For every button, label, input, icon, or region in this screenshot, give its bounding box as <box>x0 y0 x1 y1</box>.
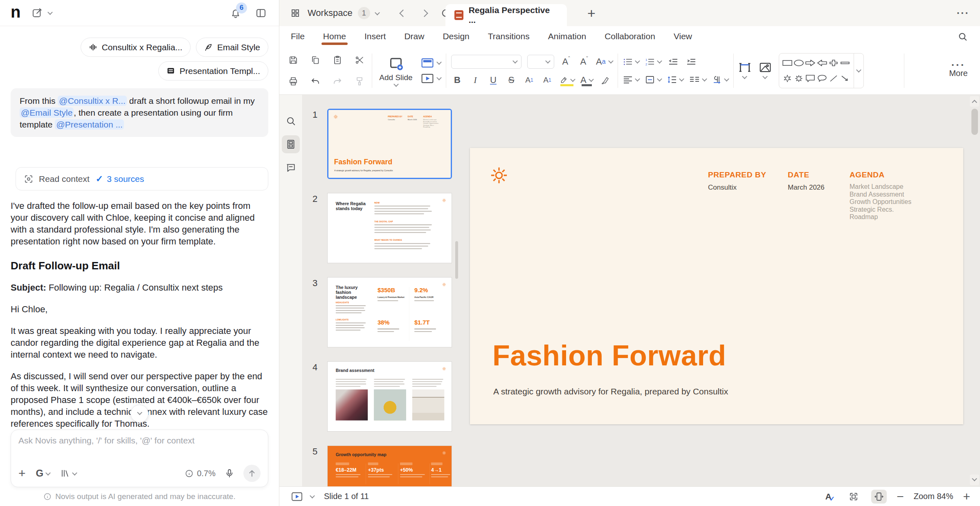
toggle-sidebar-button[interactable] <box>254 6 268 20</box>
decrease-indent-button[interactable] <box>667 55 679 68</box>
send-button[interactable] <box>243 465 261 482</box>
mention-transcript[interactable]: @Consultix x R... <box>58 96 127 106</box>
insert-picture-button[interactable] <box>759 62 771 79</box>
slide-thumbnail-5[interactable]: Growth opportunity map €18–22M +37pts +5… <box>327 446 452 486</box>
font-name-select[interactable] <box>451 55 521 69</box>
paste-button[interactable] <box>330 53 345 67</box>
slide-layout-button[interactable] <box>421 58 441 68</box>
menu-draw[interactable]: Draw <box>404 26 424 47</box>
context-pill-transcript[interactable]: Consultix x Regalia... <box>81 38 191 57</box>
new-chat-button[interactable] <box>29 6 44 20</box>
mention-presentation[interactable]: @Presentation ... <box>55 119 124 130</box>
shape-cross[interactable] <box>829 59 838 67</box>
forward-button[interactable] <box>418 6 432 20</box>
superscript-button[interactable]: A1 <box>523 74 535 87</box>
spellcheck-button[interactable]: A✓ <box>820 490 836 504</box>
numbered-list-button[interactable]: 12 <box>645 55 661 68</box>
slide-subtitle[interactable]: A strategic growth advisory for Regalia,… <box>493 387 728 396</box>
increase-indent-button[interactable] <box>685 55 697 68</box>
chevron-down-icon[interactable] <box>310 493 315 499</box>
canvas-scrollbar[interactable] <box>969 95 980 486</box>
thumbnail-scrollbar[interactable] <box>455 241 458 279</box>
menu-collaboration[interactable]: Collaboration <box>605 26 655 47</box>
sources-link[interactable]: ✓ 3 sources <box>96 174 144 184</box>
slide-thumbnail-3[interactable]: The luxury fashion landscape HIGHLIGHTS … <box>327 277 452 347</box>
mic-button[interactable] <box>225 468 234 478</box>
menu-animation[interactable]: Animation <box>548 26 586 47</box>
zoom-level[interactable]: Zoom 84% <box>914 492 953 501</box>
shape-arrow-line[interactable] <box>841 75 850 82</box>
redo-button[interactable] <box>330 74 345 89</box>
zoom-out-button[interactable]: − <box>897 490 904 503</box>
increase-font-button[interactable]: Aˆ <box>560 55 572 68</box>
strikethrough-button[interactable]: S <box>505 74 517 87</box>
text-direction-button[interactable] <box>712 73 728 86</box>
shape-line[interactable] <box>829 75 838 82</box>
shape-callout-round[interactable] <box>817 74 827 83</box>
library-selector[interactable] <box>60 468 76 478</box>
add-slide-button[interactable]: Add Slide <box>377 55 415 87</box>
shape-arrow-left[interactable] <box>817 59 827 67</box>
scroll-up-arrow[interactable] <box>970 96 979 107</box>
font-size-select[interactable] <box>527 55 554 69</box>
menu-file[interactable]: File <box>291 26 305 47</box>
shapes-expand-button[interactable] <box>854 54 863 88</box>
notifications-button[interactable]: 6 <box>228 6 243 20</box>
model-selector[interactable]: G <box>36 468 50 479</box>
scroll-to-bottom-button[interactable] <box>130 405 148 423</box>
workspace-label[interactable]: Workspace <box>308 8 353 18</box>
slide-thumbnail-2[interactable]: Where Regalia stands today NOW THE DIGIT… <box>327 193 452 263</box>
slide-thumbnail-4[interactable]: Brand assessment <box>327 361 452 432</box>
start-slideshow-button[interactable] <box>421 74 441 83</box>
slide-title[interactable]: Fashion Forward <box>492 339 726 372</box>
menu-home[interactable]: Home <box>323 26 346 47</box>
mention-email-style[interactable]: @Email Style <box>20 107 74 118</box>
context-pill-email-style[interactable]: Email Style <box>196 38 268 57</box>
read-context-card[interactable]: Read context ✓ 3 sources <box>16 167 268 190</box>
change-case-button[interactable]: Aa <box>596 55 613 68</box>
menu-design[interactable]: Design <box>443 26 469 47</box>
back-button[interactable] <box>396 6 410 20</box>
find-button[interactable] <box>282 112 300 130</box>
clear-format-button[interactable] <box>599 74 611 87</box>
shape-explosion-2[interactable] <box>794 74 803 83</box>
titlebar-more-button[interactable]: ··· <box>957 0 969 26</box>
print-button[interactable] <box>286 74 301 89</box>
new-tab-button[interactable]: + <box>581 0 602 26</box>
bullet-list-button[interactable] <box>623 55 639 68</box>
document-tab[interactable]: Regalia Perspective ... <box>445 4 567 26</box>
menu-view[interactable]: View <box>674 26 692 47</box>
format-painter-button[interactable] <box>352 74 367 89</box>
font-color-button[interactable]: A <box>580 74 593 87</box>
scroll-down-arrow[interactable] <box>970 475 979 485</box>
fit-page-button[interactable] <box>871 490 887 504</box>
copy-button[interactable] <box>308 53 323 67</box>
subscript-button[interactable]: A1 <box>541 74 553 87</box>
shape-arrow-right[interactable] <box>805 59 816 67</box>
shape-explosion-1[interactable] <box>783 74 792 83</box>
underline-button[interactable]: U <box>487 74 499 87</box>
shape-rectangle[interactable] <box>782 59 793 67</box>
vertical-align-button[interactable] <box>645 73 661 86</box>
slide-panel-button[interactable] <box>282 135 300 153</box>
workspace-grid-icon[interactable] <box>288 6 302 20</box>
line-spacing-button[interactable] <box>667 73 683 86</box>
align-text-button[interactable] <box>623 73 639 86</box>
decrease-font-button[interactable]: Aˇ <box>578 55 590 68</box>
scrollbar-handle[interactable] <box>971 109 978 135</box>
bold-button[interactable]: B <box>451 74 463 87</box>
shape-minus[interactable] <box>840 59 850 67</box>
play-from-start-button[interactable] <box>289 490 305 504</box>
undo-button[interactable] <box>308 74 323 89</box>
search-icon[interactable] <box>958 26 968 47</box>
comments-button[interactable] <box>282 159 300 177</box>
shape-callout-square[interactable] <box>805 74 815 83</box>
menu-transitions[interactable]: Transitions <box>488 26 530 47</box>
chevron-down-icon[interactable] <box>375 10 380 15</box>
menu-insert[interactable]: Insert <box>364 26 386 47</box>
ribbon-more-button[interactable]: ··· More <box>949 63 973 78</box>
chat-input[interactable] <box>18 436 261 446</box>
context-pill-template[interactable]: Presentation Templ... <box>158 61 268 81</box>
shape-ellipse[interactable] <box>793 59 804 67</box>
current-slide[interactable]: PREPARED BY Consultix DATE March 2026 AG… <box>470 148 963 424</box>
